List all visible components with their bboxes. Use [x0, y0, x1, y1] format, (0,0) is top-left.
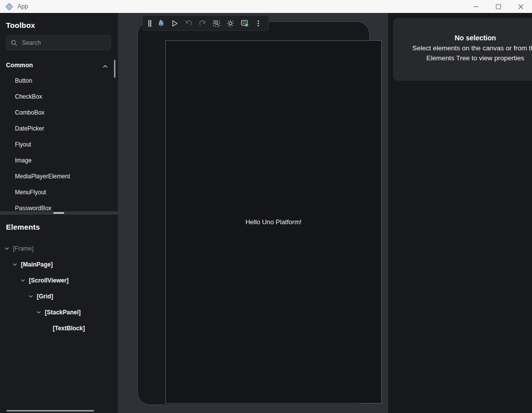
- tree-node-stackpanel[interactable]: [StackPanel]: [0, 304, 118, 320]
- toolbox-item-flyout[interactable]: Flyout: [0, 137, 115, 152]
- tree-node-label: [Frame]: [13, 245, 33, 252]
- chevron-down-icon[interactable]: [20, 278, 26, 283]
- toolbox-item-datepicker[interactable]: DatePicker: [0, 121, 115, 137]
- toolbox-item-checkbox[interactable]: CheckBox: [0, 89, 115, 105]
- theme-toggle-button[interactable]: [223, 16, 237, 30]
- preview-textblock[interactable]: Hello Uno Platform!: [245, 218, 302, 226]
- chevron-up-icon: [103, 62, 108, 71]
- tree-node-scrollviewer[interactable]: [ScrollViewer]: [0, 273, 118, 288]
- toolbox-item-list: Button CheckBox ComboBox DatePicker Flyo…: [0, 73, 115, 216]
- toolbox-item-image[interactable]: Image: [0, 152, 115, 168]
- section-label: Common: [6, 62, 33, 69]
- tree-node-label: [StackPanel]: [45, 309, 81, 316]
- tree-node-textblock[interactable]: [TextBlock]: [0, 320, 118, 336]
- tree-node-grid[interactable]: [Grid]: [0, 288, 118, 304]
- app-preview-screen[interactable]: Hello Uno Platform!: [165, 40, 382, 404]
- toolbox-search[interactable]: [6, 35, 111, 50]
- redo-button[interactable]: [196, 16, 210, 30]
- maximize-button[interactable]: [487, 0, 510, 13]
- chevron-down-icon[interactable]: [36, 310, 42, 315]
- tree-node-label: [ScrollViewer]: [29, 277, 69, 284]
- tree-node-label: [TextBlock]: [53, 325, 85, 332]
- no-selection-message-line1: Select elements on the canvas or from th…: [393, 43, 532, 53]
- no-selection-card: No selection Select elements on the canv…: [393, 18, 532, 81]
- left-sidebar: Toolbox Common Button CheckBox ComboBox …: [0, 13, 118, 413]
- tree-node-label: [MainPage]: [21, 261, 53, 268]
- toolbox-item-mediaplayerelement[interactable]: MediaPlayerElement: [0, 168, 115, 184]
- titlebar: App: [0, 0, 532, 13]
- inspect-zoom-button[interactable]: [210, 16, 223, 30]
- window-title: App: [17, 3, 28, 10]
- window-controls: [465, 0, 532, 13]
- chevron-down-icon[interactable]: [28, 294, 34, 299]
- overflow-menu-button[interactable]: [251, 16, 265, 30]
- device-status-button[interactable]: [237, 16, 251, 30]
- search-icon: [10, 39, 17, 46]
- toolbar-drag-handle[interactable]: [146, 16, 154, 30]
- toolbox-vertical-scrollbar[interactable]: [114, 60, 115, 78]
- tree-node-frame[interactable]: [Frame]: [0, 241, 118, 257]
- hot-design-flame-icon[interactable]: [154, 16, 168, 30]
- app-logo-icon: [5, 2, 13, 11]
- toolbox-title: Toolbox: [6, 21, 35, 29]
- search-input[interactable]: [22, 39, 106, 46]
- chevron-down-icon[interactable]: [12, 262, 18, 267]
- properties-panel: No selection Select elements on the canv…: [388, 13, 532, 413]
- elements-title: Elements: [6, 223, 40, 231]
- toolbox-item-button[interactable]: Button: [0, 73, 115, 89]
- tree-node-mainpage[interactable]: [MainPage]: [0, 257, 118, 273]
- toolbox-section-common[interactable]: Common: [0, 59, 118, 72]
- toolbox-item-menuflyout[interactable]: MenuFlyout: [0, 184, 115, 200]
- play-button[interactable]: [168, 16, 182, 30]
- design-canvas[interactable]: Hello Uno Platform!: [118, 13, 388, 413]
- chevron-down-icon[interactable]: [4, 246, 10, 251]
- panel-splitter[interactable]: [0, 211, 118, 215]
- no-selection-message-line2: Elements Tree to view properties: [393, 53, 532, 63]
- device-frame: Hello Uno Platform!: [137, 21, 370, 405]
- no-selection-title: No selection: [393, 34, 532, 42]
- design-toolbar: [142, 15, 269, 31]
- tree-node-label: [Grid]: [37, 293, 53, 300]
- close-button[interactable]: [510, 0, 532, 13]
- splitter-grip-handle[interactable]: [53, 212, 64, 214]
- toolbox-item-combobox[interactable]: ComboBox: [0, 105, 115, 121]
- elements-horizontal-scrollbar[interactable]: [6, 410, 94, 412]
- minimize-button[interactable]: [465, 0, 487, 13]
- elements-tree: [Frame] [MainPage] [ScrollViewer] [Grid]…: [0, 241, 118, 336]
- undo-button[interactable]: [182, 16, 196, 30]
